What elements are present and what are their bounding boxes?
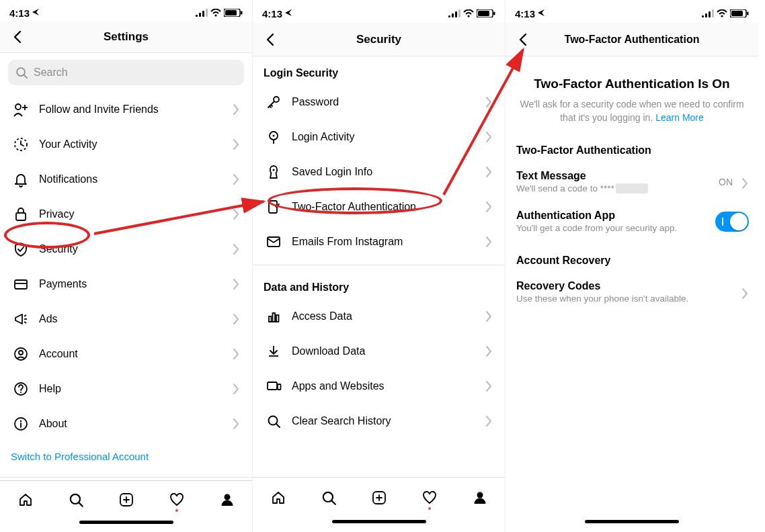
security-item-access-data[interactable]: Access Data — [253, 299, 505, 334]
status-bar: 4:13 — [253, 0, 505, 23]
tab-add[interactable] — [370, 488, 389, 507]
navbar: Two-Factor Authentication — [506, 23, 758, 56]
tab-bar — [253, 477, 505, 517]
badge-dot — [428, 507, 431, 510]
shield-icon — [12, 241, 30, 257]
chevron-right-icon — [481, 129, 494, 145]
chevron-right-icon — [481, 378, 494, 394]
chevron-right-icon — [481, 413, 494, 429]
learn-more-link[interactable]: Learn More — [655, 112, 704, 123]
location-icon — [538, 9, 545, 16]
security-item-clear-search[interactable]: Clear Search History — [253, 404, 505, 439]
security-item-download-data[interactable]: Download Data — [253, 334, 505, 369]
home-indicator[interactable] — [253, 517, 505, 532]
page-title: Two-Factor Authentication — [506, 34, 758, 46]
divider — [0, 477, 252, 478]
settings-item-activity[interactable]: Your Activity — [0, 127, 252, 162]
chevron-right-icon — [228, 381, 241, 397]
option-recovery-codes[interactable]: Recovery Codes Use these when your phone… — [506, 272, 758, 312]
settings-item-about[interactable]: About — [0, 406, 252, 441]
tab-home[interactable] — [16, 490, 35, 509]
auth-app-toggle[interactable] — [715, 212, 749, 232]
chevron-right-icon — [228, 101, 241, 118]
navbar: Settings — [0, 21, 252, 53]
chevron-right-icon — [481, 343, 494, 359]
section-login-security: Login Security — [253, 56, 505, 85]
section-data-history: Data and History — [253, 271, 505, 299]
settings-item-privacy[interactable]: Privacy — [0, 197, 252, 232]
redacted-number: xxx — [616, 183, 648, 193]
chevron-right-icon — [228, 206, 241, 222]
home-indicator[interactable] — [506, 517, 758, 532]
page-title: Security — [253, 33, 505, 46]
settings-item-payments[interactable]: Payments — [0, 267, 252, 302]
tfa-heading: Two-Factor Authentication Is On — [519, 77, 745, 91]
security-item-apps-websites[interactable]: Apps and Websites — [253, 369, 505, 404]
search-input[interactable]: Search — [8, 60, 244, 85]
pin-icon — [265, 129, 282, 145]
location-icon — [32, 9, 39, 15]
security-item-login-activity[interactable]: Login Activity — [253, 120, 505, 154]
bars-icon — [265, 308, 282, 324]
back-button[interactable] — [512, 28, 535, 51]
security-item-2fa[interactable]: Two-Factor Authentication — [253, 189, 505, 224]
settings-item-account[interactable]: Account — [0, 337, 252, 371]
status-bar: 4:13 — [506, 0, 758, 23]
tab-bar — [0, 480, 252, 518]
security-item-password[interactable]: Password — [253, 85, 505, 120]
status-bar: 4:13 — [0, 0, 252, 21]
lock-icon — [12, 206, 30, 222]
chevron-right-icon — [228, 276, 241, 292]
search-icon — [15, 66, 28, 79]
back-button[interactable] — [259, 28, 282, 51]
divider — [253, 265, 505, 265]
section-2fa: Two-Factor Authentication — [506, 132, 758, 162]
location-icon — [285, 9, 292, 16]
security-item-emails[interactable]: Emails From Instagram — [253, 224, 505, 259]
bell-icon — [12, 171, 30, 187]
chevron-right-icon — [737, 175, 749, 189]
tab-search[interactable] — [67, 490, 85, 509]
home-indicator[interactable] — [0, 518, 252, 532]
battery-icon — [224, 9, 243, 17]
status-time: 4:13 — [262, 8, 282, 19]
tab-activity[interactable] — [420, 488, 439, 507]
signal-icon — [448, 9, 460, 17]
status-time: 4:13 — [9, 7, 30, 19]
tab-profile[interactable] — [471, 488, 489, 507]
settings-item-invite[interactable]: Follow and Invite Friends — [0, 92, 252, 127]
settings-item-help[interactable]: Help — [0, 371, 252, 406]
chevron-right-icon — [737, 285, 749, 299]
screen-two-factor: 4:13 Two-Factor Authentication Two-Facto… — [506, 0, 758, 532]
key-icon — [265, 94, 282, 110]
search-icon — [265, 414, 282, 429]
tab-profile[interactable] — [218, 490, 237, 509]
chevron-right-icon — [228, 136, 241, 152]
keyhole-icon — [265, 164, 282, 180]
battery-icon — [730, 9, 749, 17]
sms-state: ON — [719, 177, 733, 187]
tab-home[interactable] — [269, 488, 288, 507]
settings-item-notifications[interactable]: Notifications — [0, 162, 252, 197]
devices-icon — [265, 378, 282, 394]
option-auth-app[interactable]: Authentication App You'll get a code fro… — [506, 202, 758, 241]
card-icon — [12, 276, 30, 292]
back-button[interactable] — [7, 26, 30, 48]
switch-pro-link[interactable]: Switch to Professional Account — [0, 441, 252, 472]
settings-item-ads[interactable]: Ads — [0, 302, 252, 337]
chevron-right-icon — [228, 416, 241, 432]
tab-activity[interactable] — [167, 490, 186, 509]
security-item-saved-login[interactable]: Saved Login Info — [253, 154, 505, 189]
signal-icon — [196, 9, 208, 17]
status-time: 4:13 — [515, 8, 535, 19]
chevron-right-icon — [228, 171, 241, 187]
navbar: Security — [253, 23, 505, 56]
tab-add[interactable] — [117, 490, 136, 509]
chevron-right-icon — [481, 164, 494, 180]
wifi-icon — [210, 9, 221, 17]
option-text-message[interactable]: Text Message We'll send a code to ****xx… — [506, 162, 758, 202]
tab-search[interactable] — [319, 488, 338, 507]
settings-item-security[interactable]: Security — [0, 232, 252, 267]
tfa-subtext: We'll ask for a security code when we ne… — [519, 98, 745, 124]
phone-shield-icon — [265, 199, 282, 215]
